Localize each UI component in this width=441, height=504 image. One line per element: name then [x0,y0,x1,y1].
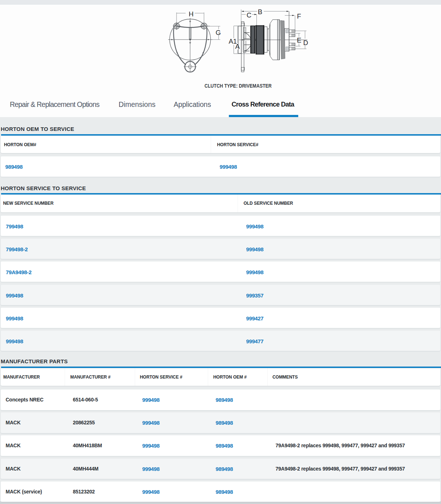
svg-text:C: C [247,11,251,19]
svg-text:D: D [303,39,308,47]
svg-text:H: H [189,10,194,18]
svg-text:A: A [235,43,240,50]
svg-text:F: F [297,12,301,20]
svg-text:B: B [258,8,262,16]
svg-text:E: E [297,36,301,44]
svg-text:G: G [216,29,221,36]
